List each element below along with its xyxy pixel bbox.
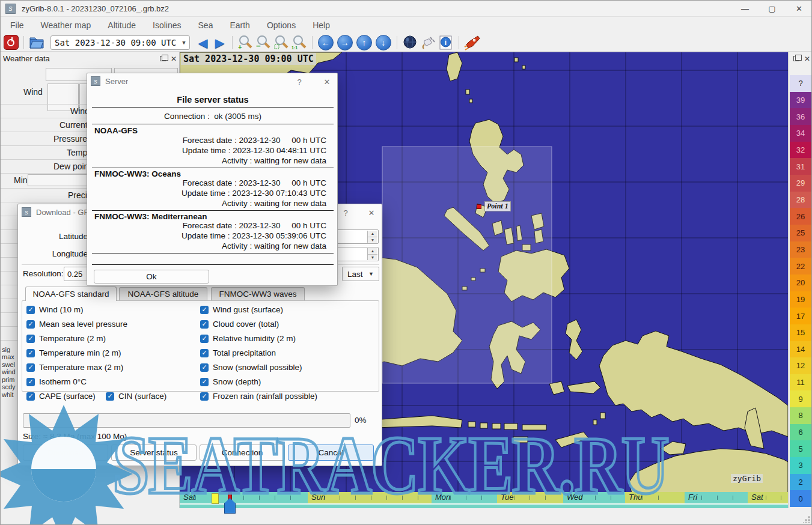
checkbox-cloud-cover[interactable]: ✓Cloud cover (total) [200,320,279,329]
angle-converter-rocket-icon[interactable] [464,34,480,50]
grib-info-icon[interactable]: i [438,34,454,50]
pan-down-icon[interactable]: ↓ [376,35,391,50]
pan-left-icon[interactable]: ← [318,35,334,50]
checkbox-temperature-min-2m[interactable]: ✓Temperature min (2 m) [26,348,121,357]
checkbox-wind-10m[interactable]: ✓Wind (10 m) [26,305,84,314]
menu-altitude[interactable]: Altitude [102,18,142,32]
timeline-day[interactable]: Mon [432,492,497,503]
scale-cell: 11 [790,374,811,391]
mini-label-prim: prim [2,376,14,383]
next-timestep-button[interactable]: ▶ [213,34,227,50]
min-label: Min [14,175,28,185]
timeline-day[interactable]: Sat [748,492,788,503]
days-combo[interactable]: Last▼ [342,267,379,281]
tab-noaa-gfs-standard[interactable]: NOAA-GFS standard [25,287,117,301]
help-button[interactable]: ? [293,76,306,87]
cancel-button[interactable]: Cancel [288,445,374,461]
checkbox-label: Temperature max (2 m) [39,363,123,372]
checkbox-checked-icon: ✓ [200,335,209,343]
checkbox-wind-gust[interactable]: ✓Wind gust (surface) [200,305,283,314]
date-selector[interactable]: Sat 2023-12-30 09:00 UTC ▼ [50,35,190,50]
menu-isolines[interactable]: Isolines [147,18,187,32]
timeline-hover-marker [212,493,219,504]
timeline-day-label: Tue [501,493,513,502]
scale-cell: 0 [790,490,811,507]
server-dialog-title: Server [105,77,128,86]
close-icon[interactable]: ✕ [365,207,378,218]
timeline-day[interactable]: Wed [563,492,625,503]
zoom-out-icon[interactable]: − [255,34,271,50]
maximize-button[interactable]: ▢ [759,1,786,17]
scale-cell: 23 [790,241,811,258]
dock-float-icon[interactable] [793,56,799,61]
timeline-track[interactable] [180,503,788,508]
scale-cell: 29 [790,175,811,192]
timeline-day[interactable]: Thu [625,492,685,503]
section-name: FNMOC-WW3: Mediterranean [94,212,207,221]
close-icon[interactable]: ✕ [320,76,334,87]
checkbox-cape-surface[interactable]: ✓CAPE (surface) [26,392,96,401]
size-estimate: Size: ≈ 8.3 Mo (max 100 Mo) [23,432,127,441]
download-button[interactable]: Download [23,445,108,461]
menu-help[interactable]: Help [307,18,336,32]
checkbox-isotherm-0c[interactable]: ✓Isotherm 0°C [26,377,87,386]
scale-cell: 36 [790,108,811,125]
download-progress-bar [23,413,350,428]
scale-cell: 32 [790,142,811,159]
checkbox-temperature-2m[interactable]: ✓Temperature (2 m) [26,334,106,343]
download-area-rectangle[interactable] [382,147,552,383]
forecast-date: Forecast date : 2023-12-30 00 h UTC [183,221,326,230]
checkbox-relative-humidity[interactable]: ✓Relative humidity (2 m) [200,334,296,343]
plug-connection-icon[interactable] [420,34,436,50]
timeline[interactable]: Sat Sun Mon Tue Wed Thu Fri Sat [180,492,788,508]
resize-grip[interactable] [803,516,810,523]
server-status-button[interactable]: Server status [111,445,197,461]
menu-earth[interactable]: Earth [224,18,255,32]
zoom-fit-icon[interactable] [273,34,289,50]
tab-fnmoc-ww3-waves[interactable]: FNMOC-WW3 waves [211,287,305,300]
close-button[interactable]: ✕ [786,1,812,17]
checkbox-checked-icon: ✓ [26,363,35,372]
toolbar: Sat 2023-12-30 09:00 UTC ▼ ◀ ▶ + − 1:1 ←… [1,34,812,52]
timeline-day[interactable]: Fri [685,492,748,503]
window-title: zyGrib-8.0.1 - 20231230_072106_.grb.bz2 [22,4,169,13]
connection-button[interactable]: Connection [200,445,285,461]
dock-close-icon[interactable]: ✕ [804,55,810,63]
dock-close-icon[interactable]: ✕ [171,55,177,63]
timeline-day-label: Fri [688,493,697,502]
checkbox-frozen-rain[interactable]: ✓Frozen rain (rainfall possible) [200,392,317,401]
dock-float-icon[interactable] [160,56,166,61]
checkbox-checked-icon: ✓ [26,306,35,314]
checkbox-checked-icon: ✓ [200,392,209,401]
zoom-actual-size-icon[interactable]: 1:1 [292,34,307,50]
quit-icon[interactable] [4,35,19,50]
checkbox-snow-snowfall[interactable]: ✓Snow (snowfall possible) [200,363,302,372]
tab-noaa-gfs-altitude[interactable]: NOAA-GFS altitude [119,287,207,300]
previous-timestep-button[interactable]: ◀ [196,34,210,50]
globe-icon[interactable] [402,34,418,50]
checkbox-temperature-max-2m[interactable]: ✓Temperature max (2 m) [26,363,123,372]
current-row-label: Current [60,120,88,130]
menu-file[interactable]: File [4,18,30,32]
connection-status: Connection : ok (3005 ms) [87,112,338,121]
zygrib-dialog-icon: s [22,207,31,217]
timeline-day[interactable]: Sun [308,492,432,503]
timeline-day[interactable]: Tue [497,492,563,503]
ok-button[interactable]: Ok [94,270,209,284]
menu-sea[interactable]: Sea [192,18,219,32]
open-file-icon[interactable] [29,34,44,50]
pressure-row-label: Pressure [53,134,87,144]
pan-right-icon[interactable]: → [337,35,353,50]
checkbox-cin-surface[interactable]: ✓CIN (surface) [106,392,166,401]
minimize-button[interactable]: — [731,1,759,17]
activity-status: Activity : waiting for new data [222,241,326,250]
pan-up-icon[interactable]: ↑ [356,35,372,50]
checkbox-mean-sea-level-pressure[interactable]: ✓Mean sea level pressure [26,320,127,329]
checkbox-total-precipitation[interactable]: ✓Total precipitation [200,348,276,357]
menu-options[interactable]: Options [261,18,302,32]
zoom-in-icon[interactable]: + [237,34,253,50]
menu-weather-map[interactable]: Weather map [35,18,97,32]
checkbox-snow-depth[interactable]: ✓Snow (depth) [200,377,261,386]
point1-marker-icon[interactable] [477,204,481,209]
help-button[interactable]: ? [339,207,352,218]
